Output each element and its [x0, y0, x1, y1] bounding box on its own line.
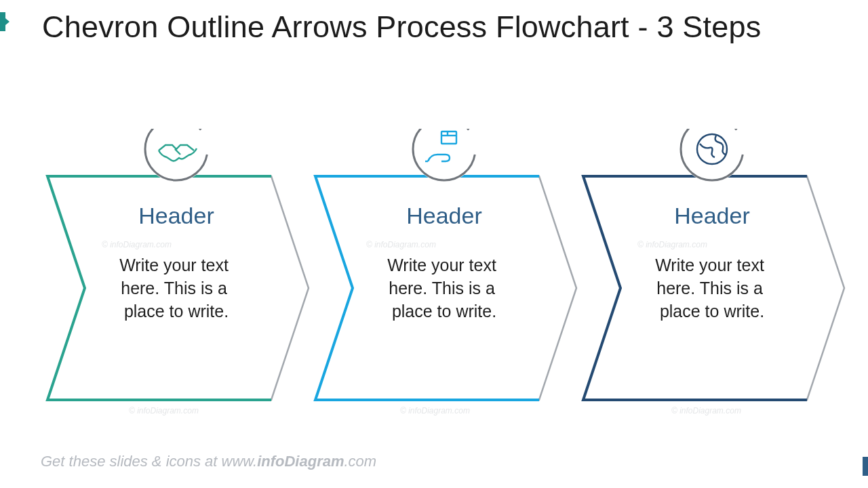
step-2-body: Write your text here. This is a place to…: [387, 256, 501, 321]
svg-text:© infoDiagram.com: © infoDiagram.com: [102, 240, 172, 249]
svg-text:© infoDiagram.com: © infoDiagram.com: [400, 406, 470, 415]
svg-point-10: [144, 129, 209, 182]
footer-text: Get these slides & icons at www.: [41, 453, 257, 470]
step-1-header: Header: [138, 203, 214, 228]
step-1-body: Write your text here. This is a place to…: [119, 256, 233, 321]
svg-text:© infoDiagram.com: © infoDiagram.com: [129, 406, 199, 415]
slide: Chevron Outline Arrows Process Flowchart…: [0, 0, 868, 488]
step-3-header: Header: [674, 203, 750, 228]
footer: Get these slides & icons at www.infoDiag…: [41, 453, 376, 470]
svg-text:© infoDiagram.com: © infoDiagram.com: [637, 240, 707, 249]
accent-top: [0, 12, 5, 31]
footer-brand: infoDiagram: [257, 453, 344, 470]
step-3: Header Write your text here. This is a p…: [583, 129, 844, 400]
step-2: Header Write your text here. This is a p…: [315, 129, 576, 400]
step-1: Header Write your text here. This is a p…: [47, 129, 309, 400]
step-2-header: Header: [406, 203, 482, 228]
slide-title: Chevron Outline Arrows Process Flowchart…: [42, 9, 841, 45]
svg-text:© infoDiagram.com: © infoDiagram.com: [671, 406, 741, 415]
flowchart-svg: © infoDiagram.com © infoDiagram.com © in…: [41, 129, 854, 420]
accent-bottom: [863, 457, 868, 476]
flowchart: © infoDiagram.com © infoDiagram.com © in…: [41, 129, 854, 420]
svg-text:© infoDiagram.com: © infoDiagram.com: [366, 240, 436, 249]
step-3-body: Write your text here. This is a place to…: [655, 256, 769, 321]
